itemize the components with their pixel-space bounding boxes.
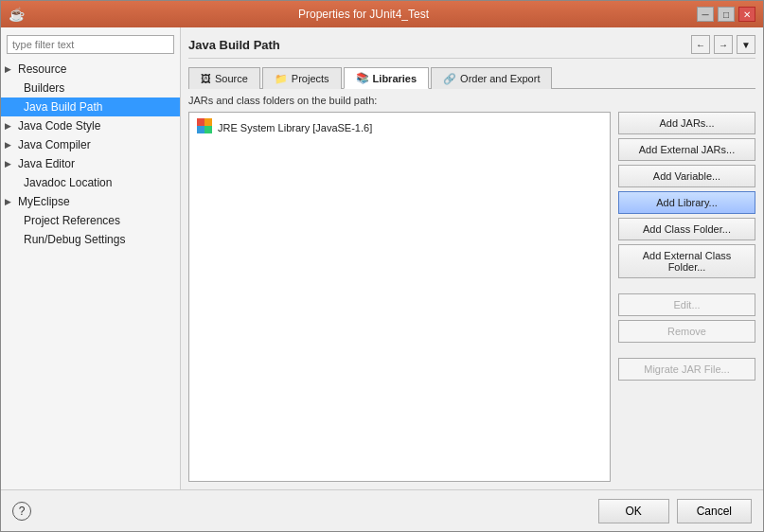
sidebar-item-label: Javadoc Location bbox=[24, 176, 112, 189]
content-area: JRE System Library [JavaSE-1.6] Add JARs… bbox=[188, 112, 755, 482]
sidebar-item-java-build-path[interactable]: Java Build Path bbox=[1, 98, 180, 116]
forward-button[interactable]: → bbox=[714, 35, 733, 54]
sidebar-item-run-debug-settings[interactable]: Run/Debug Settings bbox=[1, 230, 180, 249]
sidebar: ▶ Resource Builders Java Build Path ▶ Ja… bbox=[1, 27, 181, 489]
toolbar-icons: ← → ▼ bbox=[691, 35, 755, 54]
sidebar-item-java-compiler[interactable]: ▶ Java Compiler bbox=[1, 135, 180, 154]
panel-title: Java Build Path bbox=[188, 38, 280, 52]
back-button[interactable]: ← bbox=[691, 35, 710, 54]
svg-rect-1 bbox=[204, 118, 212, 126]
sidebar-item-builders[interactable]: Builders bbox=[1, 79, 180, 98]
button-spacer-1 bbox=[618, 282, 755, 290]
add-library-button[interactable]: Add Library... bbox=[618, 191, 755, 214]
description-text: JARs and class folders on the build path… bbox=[188, 95, 755, 106]
sidebar-item-label: MyEclipse bbox=[18, 195, 70, 208]
buttons-panel: Add JARs... Add External JARs... Add Var… bbox=[618, 112, 755, 482]
close-button[interactable]: ✕ bbox=[738, 7, 755, 22]
add-external-jars-button[interactable]: Add External JARs... bbox=[618, 138, 755, 161]
jre-library-label: JRE System Library [JavaSE-1.6] bbox=[218, 122, 372, 133]
maximize-button[interactable]: □ bbox=[718, 7, 735, 22]
list-item[interactable]: JRE System Library [JavaSE-1.6] bbox=[191, 115, 608, 140]
ok-button[interactable]: OK bbox=[598, 499, 669, 523]
add-external-class-folder-button[interactable]: Add External Class Folder... bbox=[618, 244, 755, 278]
footer-left: ? bbox=[12, 502, 31, 521]
title-bar: ☕ Properties for JUnit4_Test ─ □ ✕ bbox=[1, 1, 763, 27]
svg-rect-3 bbox=[204, 126, 212, 133]
sidebar-item-java-editor[interactable]: ▶ Java Editor bbox=[1, 154, 180, 173]
sidebar-item-javadoc-location[interactable]: Javadoc Location bbox=[1, 173, 180, 192]
sidebar-item-label: Java Editor bbox=[18, 157, 75, 170]
arrow-icon: ▶ bbox=[5, 64, 14, 74]
filter-input[interactable] bbox=[7, 35, 174, 54]
migrate-jar-button[interactable]: Migrate JAR File... bbox=[618, 358, 755, 381]
arrow-icon: ▶ bbox=[5, 121, 14, 131]
sidebar-item-label: Project References bbox=[24, 214, 120, 227]
tab-label: Libraries bbox=[373, 73, 417, 84]
cancel-button[interactable]: Cancel bbox=[677, 499, 752, 523]
tab-source[interactable]: 🖼 Source bbox=[188, 67, 260, 89]
title-bar-left: ☕ bbox=[9, 7, 30, 22]
arrow-icon: ▶ bbox=[5, 140, 14, 150]
panel-header: Java Build Path ← → ▼ bbox=[188, 35, 755, 59]
svg-rect-0 bbox=[197, 118, 204, 126]
tab-label: Order and Export bbox=[460, 73, 540, 84]
add-class-folder-button[interactable]: Add Class Folder... bbox=[618, 218, 755, 240]
sidebar-item-label: Resource bbox=[18, 62, 66, 76]
dialog-window: ☕ Properties for JUnit4_Test ─ □ ✕ ▶ Res… bbox=[0, 0, 764, 532]
help-button[interactable]: ? bbox=[12, 502, 31, 521]
sidebar-item-label: Builders bbox=[24, 81, 64, 95]
sidebar-item-project-references[interactable]: Project References bbox=[1, 211, 180, 230]
title-bar-controls: ─ □ ✕ bbox=[697, 7, 755, 22]
arrow-icon: ▶ bbox=[5, 159, 14, 168]
tab-label: Projects bbox=[292, 73, 329, 84]
sidebar-item-label: Java Build Path bbox=[24, 100, 102, 114]
library-list[interactable]: JRE System Library [JavaSE-1.6] bbox=[188, 112, 611, 482]
button-spacer-2 bbox=[618, 346, 755, 354]
tab-order-export[interactable]: 🔗 Order and Export bbox=[431, 67, 552, 89]
source-tab-icon: 🖼 bbox=[201, 73, 211, 84]
app-icon: ☕ bbox=[9, 7, 25, 22]
edit-button[interactable]: Edit... bbox=[618, 293, 755, 316]
arrow-icon: ▶ bbox=[5, 197, 14, 206]
remove-button[interactable]: Remove bbox=[618, 320, 755, 343]
projects-tab-icon: 📁 bbox=[275, 73, 288, 85]
menu-button[interactable]: ▼ bbox=[737, 35, 755, 54]
jre-library-icon bbox=[197, 118, 212, 136]
right-panel: Java Build Path ← → ▼ 🖼 Source 📁 Project… bbox=[181, 27, 763, 489]
minimize-button[interactable]: ─ bbox=[697, 7, 714, 22]
libraries-tab-icon: 📚 bbox=[356, 72, 369, 84]
tab-label: Source bbox=[215, 73, 248, 84]
sidebar-item-myeclipse[interactable]: ▶ MyEclipse bbox=[1, 192, 180, 211]
footer: ? OK Cancel bbox=[1, 489, 763, 531]
sidebar-item-label: Java Compiler bbox=[18, 138, 91, 151]
order-export-tab-icon: 🔗 bbox=[443, 73, 456, 85]
footer-right: OK Cancel bbox=[598, 499, 752, 523]
svg-rect-2 bbox=[197, 126, 204, 133]
sidebar-item-java-code-style[interactable]: ▶ Java Code Style bbox=[1, 116, 180, 135]
tabs: 🖼 Source 📁 Projects 📚 Libraries 🔗 Order … bbox=[188, 66, 755, 89]
main-content: ▶ Resource Builders Java Build Path ▶ Ja… bbox=[1, 27, 763, 489]
sidebar-item-label: Run/Debug Settings bbox=[24, 233, 125, 246]
add-jars-button[interactable]: Add JARs... bbox=[618, 112, 755, 134]
sidebar-item-label: Java Code Style bbox=[18, 119, 100, 133]
sidebar-item-resource[interactable]: ▶ Resource bbox=[1, 60, 180, 79]
add-variable-button[interactable]: Add Variable... bbox=[618, 165, 755, 187]
tab-projects[interactable]: 📁 Projects bbox=[262, 67, 342, 89]
tab-libraries[interactable]: 📚 Libraries bbox=[344, 67, 429, 89]
window-title: Properties for JUnit4_Test bbox=[30, 8, 697, 21]
